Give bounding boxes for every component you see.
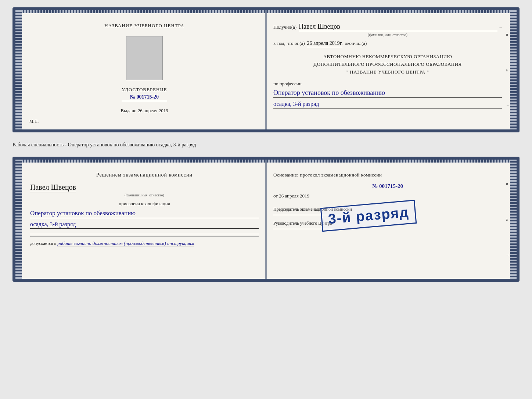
profession-2: Оператор установок по обезвоживанию (30, 210, 259, 218)
photo-placeholder (126, 36, 163, 80)
separator-text: Рабочая специальность - Оператор установ… (12, 139, 520, 150)
vydano-label: Выдано (121, 108, 136, 113)
card1-right-panel: Получил(а) Павел Швецов – (фамилия, имя,… (266, 10, 517, 129)
mp-label: М.П. (29, 119, 39, 124)
edge-char-i: и (506, 32, 510, 36)
udostoverenie-label: УДОСТОВЕРЕНИЕ (122, 87, 167, 93)
dopuskaetsya-line: допускается к работе согласно должностны… (30, 241, 259, 246)
osnovanie-title: Основание: протокол экзаменационной коми… (273, 172, 502, 178)
name-block2: Павел Швецов (фамилия, имя, отчество) (30, 183, 259, 197)
vtom-text: в том, что он(а) (273, 40, 305, 46)
edge-char-a: а (506, 68, 510, 72)
edge-char-arrow2: ← (506, 253, 510, 257)
page-wrapper: НАЗВАНИЕ УЧЕБНОГО ЦЕНТРА УДОСТОВЕРЕНИЕ №… (12, 7, 520, 282)
ot-date-line: от 26 апреля 2019 (273, 193, 502, 199)
recipient-name-2: Павел Швецов (30, 183, 76, 192)
edge-right-1: и а ← (506, 10, 510, 129)
certificate-card-1: НАЗВАНИЕ УЧЕБНОГО ЦЕНТРА УДОСТОВЕРЕНИЕ №… (12, 7, 520, 132)
separator-rule-1 (30, 234, 259, 234)
resheniem-title: Решением экзаменационной комиссии (30, 172, 259, 178)
poluchil-text: Получил(а) (273, 24, 296, 30)
profession-1: Оператор установок по обезвоживанию (273, 89, 502, 98)
card1-left-panel: НАЗВАНИЕ УЧЕБНОГО ЦЕНТРА УДОСТОВЕРЕНИЕ №… (15, 10, 266, 129)
card2-left-panel: Решением экзаменационной комиссии Павел … (15, 160, 266, 279)
separator-rule-2 (30, 236, 259, 237)
dopusk-description: работе согласно должностным (производств… (57, 241, 194, 246)
certificate-card-2: Решением экзаменационной комиссии Павел … (12, 157, 520, 282)
protocol-number: № 001715-20 (273, 183, 502, 189)
cert-number-1: № 001715-20 (122, 94, 167, 101)
edge-right-2: и а ← (506, 160, 510, 279)
prisvoena-text: присвоена квалификация (30, 201, 259, 207)
vydano-date: 26 апреля 2019 (138, 108, 168, 113)
dopuskaetsya-text: допускается к (30, 241, 56, 246)
fio-subtitle-1: (фамилия, имя, отчество) (273, 33, 502, 37)
card1-school-title: НАЗВАНИЕ УЧЕБНОГО ЦЕНТРА (104, 23, 184, 29)
edge-char-arrow: ← (506, 103, 510, 108)
vtom-line: в том, что он(а) 26 апреля 2019г. окончи… (273, 40, 502, 47)
poluchil-line: Получил(а) Павел Швецов – (273, 23, 502, 31)
po-professii-label: по профессии (273, 81, 502, 87)
udostoverenie-block: УДОСТОВЕРЕНИЕ № 001715-20 (122, 87, 167, 101)
dash-1: – (500, 24, 502, 30)
stamp-text: 3-й разряд (328, 204, 410, 227)
org-line2: ДОПОЛНИТЕЛЬНОГО ПРОФЕССИОНАЛЬНОГО ОБРАЗО… (273, 61, 502, 68)
vtom-date: 26 апреля 2019г. (307, 40, 343, 47)
okonchil-text: окончил(а) (345, 40, 367, 46)
fio-subtitle-2: (фамилия, имя, отчество) (30, 193, 259, 197)
recipient-name-1: Павел Швецов (299, 23, 497, 31)
card2-right-panel: Основание: протокол экзаменационной коми… (266, 160, 517, 279)
org-block: АВТОНОМНУЮ НЕКОММЕРЧЕСКУЮ ОРГАНИЗАЦИЮ ДО… (273, 53, 502, 76)
org-line3: " НАЗВАНИЕ УЧЕБНОГО ЦЕНТРА " (273, 68, 502, 76)
ot-label: от (273, 193, 278, 199)
razryad-1: осадка, 3-й разряд (273, 101, 502, 108)
edge-char-a2: а (506, 217, 510, 221)
ot-date: 26 апреля 2019 (279, 193, 309, 199)
org-line1: АВТОНОМНУЮ НЕКОММЕРЧЕСКУЮ ОРГАНИЗАЦИЮ (273, 53, 502, 61)
edge-char-i2: и (506, 181, 510, 186)
razryad-2: осадка, 3-й разряд (30, 221, 259, 229)
vydano-line: Выдано 26 апреля 2019 (121, 108, 168, 114)
